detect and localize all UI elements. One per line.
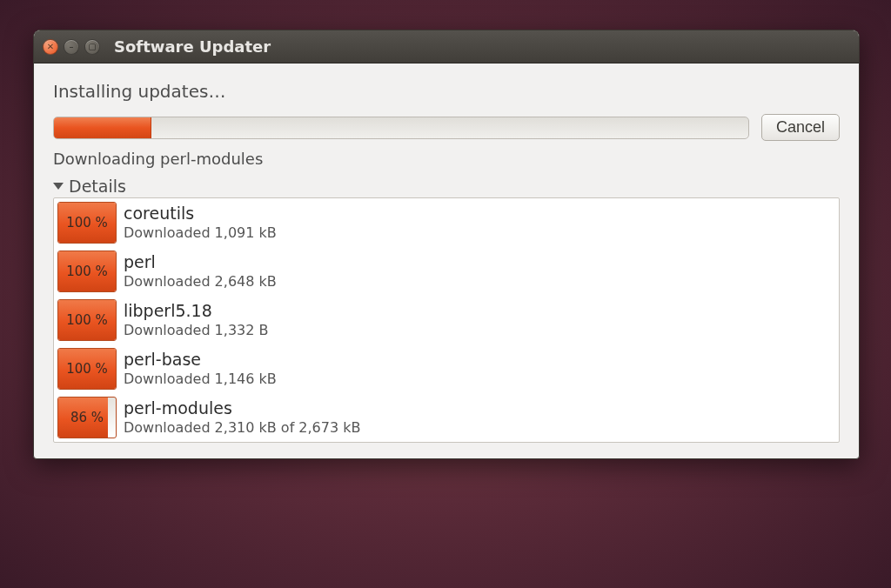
sub-status: Downloading perl-modules <box>53 150 840 168</box>
details-label: Details <box>69 177 126 196</box>
titlebar[interactable]: ✕ – ▢ Software Updater <box>34 30 859 63</box>
package-name: perl-modules <box>124 398 360 419</box>
close-icon[interactable]: ✕ <box>43 39 58 55</box>
package-name: libperl5.18 <box>124 301 268 322</box>
chevron-down-icon <box>53 183 64 190</box>
list-item: 100 % libperl5.18 Downloaded 1,332 B <box>54 296 839 344</box>
list-item: 100 % perl-base Downloaded 1,146 kB <box>54 344 839 393</box>
package-name: perl-base <box>124 350 277 371</box>
package-progress-badge: 100 % <box>57 202 117 244</box>
package-status: Downloaded 2,310 kB of 2,673 kB <box>124 419 360 437</box>
maximize-icon[interactable]: ▢ <box>84 39 100 55</box>
list-item: 100 % coreutils Downloaded 1,091 kB <box>54 198 839 247</box>
package-status: Downloaded 1,091 kB <box>124 224 277 242</box>
main-progress-bar <box>53 117 749 139</box>
package-progress-badge: 100 % <box>57 251 117 292</box>
main-progress-fill <box>54 117 151 138</box>
package-name: perl <box>124 252 277 273</box>
progress-row: Cancel <box>53 114 840 141</box>
package-progress-badge: 100 % <box>57 299 117 341</box>
package-progress-badge: 86 % <box>57 397 117 438</box>
package-status: Downloaded 1,332 B <box>124 322 268 339</box>
details-list: 100 % coreutils Downloaded 1,091 kB 100 … <box>53 197 840 443</box>
details-toggle[interactable]: Details <box>53 177 840 196</box>
content-area: Installing updates… Cancel Downloading p… <box>34 63 859 458</box>
package-status: Downloaded 2,648 kB <box>124 273 277 291</box>
minimize-icon[interactable]: – <box>64 39 79 55</box>
window-title: Software Updater <box>114 37 271 56</box>
cancel-button[interactable]: Cancel <box>761 114 840 141</box>
status-title: Installing updates… <box>53 81 840 102</box>
package-progress-badge: 100 % <box>57 348 117 390</box>
list-item: 86 % perl-modules Downloaded 2,310 kB of… <box>54 393 839 442</box>
list-item: 100 % perl Downloaded 2,648 kB <box>54 247 839 296</box>
package-name: coreutils <box>124 204 277 224</box>
updater-window: ✕ – ▢ Software Updater Installing update… <box>33 30 860 459</box>
package-status: Downloaded 1,146 kB <box>124 371 277 388</box>
